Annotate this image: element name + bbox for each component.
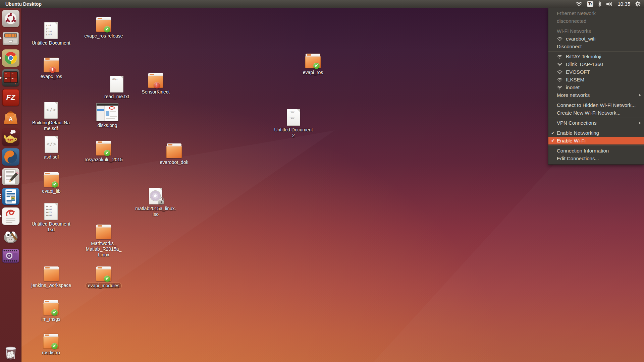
clock[interactable]: 10:35 [618,1,630,7]
desktop-icon-evapi-lib[interactable]: evapi_lib [26,172,76,194]
file-label: rosyazokulu_2015 [83,157,125,163]
menu-item-label: evarobot_wifi [566,36,595,42]
menu-item-biltay-teknoloji[interactable]: BilTAY Teknoloji [548,53,644,60]
launcher-dash-home[interactable] [2,9,20,27]
libreoffice-writer-icon [2,187,20,205]
menu-item-wi-fi-networks: Wi-Fi Networks [548,27,644,35]
menu-item-evosoft[interactable]: EVOSOFT [548,68,644,76]
menu-item-vpn-connections[interactable]: VPN Connections [548,119,644,127]
menu-item-label: ILKSEM [566,77,584,82]
launcher-video-editor[interactable] [2,247,20,265]
desktop-icon-asd-sdf[interactable]: </>asd.sdf [26,136,76,160]
desktop-icon-buildingdefaultname-sdf[interactable]: </>BuildingDefaultName.sdf [26,102,76,131]
submenu-arrow-icon [639,94,641,97]
video-editor-icon [2,247,20,265]
file-label: disks.png [95,123,119,128]
menu-item-create-new-wi-fi-network[interactable]: Create New Wi-Fi Network... [548,109,644,117]
check-emblem-icon [313,63,320,69]
launcher-libreoffice-writer[interactable] [2,187,20,205]
launcher-trash[interactable] [2,343,20,361]
check-emblem-icon [104,150,110,156]
text-file-icon: ## ps ####i ##FI! ####i [44,203,58,220]
launcher-document-viewer[interactable] [2,207,20,225]
launcher-modeling-app[interactable] [2,148,20,166]
wifi-indicator-icon[interactable] [576,1,582,6]
menu-item-ethernet-network: Ethernet Network [548,9,644,17]
desktop-icon-disks-png[interactable]: disks.png [82,103,132,128]
menu-item-inonet[interactable]: inonet [548,83,644,91]
chrome-icon [2,49,20,67]
menu-item-label: Edit Connections... [557,156,599,161]
folder-icon [96,225,111,239]
file-label: read_me.txt [102,94,131,100]
gimp-wilber-icon [2,227,20,245]
folder-icon [148,73,163,88]
launcher-software-center[interactable]: A [2,108,20,126]
desktop-icon-untitled-document-1sd[interactable]: ## ps ####i ##FI! ####iUntitled Document… [26,203,76,233]
menu-item-evarobot-wifi[interactable]: evarobot_wifi [548,35,644,43]
menu-separator [548,128,644,128]
launcher-terminal[interactable] [2,69,20,87]
launcher-chrome[interactable] [2,49,20,67]
launcher-text-editor[interactable] [2,168,20,186]
desktop-icon-jenkins-workspace[interactable]: jenkins_workspace [26,266,76,288]
menu-item-label: Enable Wi-Fi [557,138,586,143]
wifi-signal-icon [557,85,562,89]
menu-item-edit-connections[interactable]: Edit Connections... [548,155,644,162]
folder-icon [44,58,59,72]
desktop-icon-evapi-ros[interactable]: evapi_ros [288,54,338,75]
menu-separator [548,51,644,52]
folder-icon [43,300,59,315]
volume-indicator-icon[interactable] [606,1,613,7]
file-label: matlab2015a_linux.iso [133,206,178,217]
indicator-tray: Tr 10:35 [576,1,641,7]
desktop-icon-evapc-ros[interactable]: evapc_ros [26,58,76,79]
menu-separator [548,26,644,26]
desktop-icon-matlab2015a-linux-iso[interactable]: matlab2015a_linux.iso [130,188,181,217]
menu-item-label: Connect to Hidden Wi-Fi Network... [557,102,636,108]
launcher-filezilla[interactable]: FZ [2,88,20,107]
bluetooth-indicator-icon[interactable] [598,1,601,7]
desktop-icon-rosyazokulu-2015[interactable]: rosyazokulu_2015 [78,141,129,163]
file-label: evarobot_dok [158,160,191,165]
launcher-file-manager[interactable] [2,29,20,47]
menu-item-dlink-dap-1360[interactable]: Dlink_DAP-1360 [548,60,644,68]
desktop-icon-mathworks-matlab-r2015a-linux[interactable]: Mathworks_Matlab_R2015a_Linux [78,225,129,258]
wifi-signal-icon [557,70,562,74]
menu-item-connection-information[interactable]: Connection Information [548,147,644,155]
menu-item-enable-wi-fi[interactable]: Enable Wi-Fi [548,137,644,144]
keyboard-layout-indicator[interactable]: Tr [587,1,593,7]
desktop-icon-evarobot-dok[interactable]: evarobot_dok [149,143,199,165]
file-label: evapi_lib [40,188,62,194]
network-menu: Ethernet NetworkdisconnectedWi-Fi Networ… [548,8,644,165]
lock-emblem-icon [158,200,164,204]
menu-item-connect-to-hidden-wi-fi-network[interactable]: Connect to Hidden Wi-Fi Network... [548,101,644,109]
launcher-gimp[interactable] [2,227,20,245]
desktop-icon-evapc-ros-release[interactable]: evapc_ros-release [78,17,129,39]
swirl-icon [2,148,20,166]
running-indicator-multi [0,194,1,199]
desktop-icon-untitled-document[interactable]: $ cd git $ sut $ niiUntitled Document [26,22,76,46]
session-gear-icon[interactable] [635,1,641,7]
folder-icon [44,266,59,281]
menu-item-disconnect[interactable]: Disconnect [548,43,644,50]
desktop-icon-evapi-modules[interactable]: evapi_modules [78,266,129,289]
desktop-icon-untitled-document-2[interactable]: ''BDF ''RDEUntitled Document2 [268,109,319,138]
desktop-icon-im-msgs[interactable]: im_msgs [26,300,76,322]
menu-item-enable-networking[interactable]: Enable Networking [548,129,644,137]
red-ribbon-doc-icon [2,207,20,225]
launcher-lamp-app[interactable] [2,128,20,146]
filezilla-letters: FZ [2,88,20,107]
folder-icon [96,141,111,156]
menu-item-more-networks[interactable]: More networks [548,91,644,99]
folder-icon [305,54,321,68]
menu-item-ilksem[interactable]: ILKSEM [548,76,644,83]
menu-item-label: BilTAY Teknoloji [566,54,601,59]
desktop-icon-rosdistro[interactable]: rosdistro [26,334,76,356]
folder-icon [44,172,59,187]
menu-item-disconnected: disconnected [548,17,644,25]
top-panel: Ubuntu Desktop Tr [0,0,644,8]
desktop-icon-sensorkinect[interactable]: SensorKinect [130,73,181,95]
text-editor-icon [2,168,20,186]
cd-disc-icon [150,191,160,201]
